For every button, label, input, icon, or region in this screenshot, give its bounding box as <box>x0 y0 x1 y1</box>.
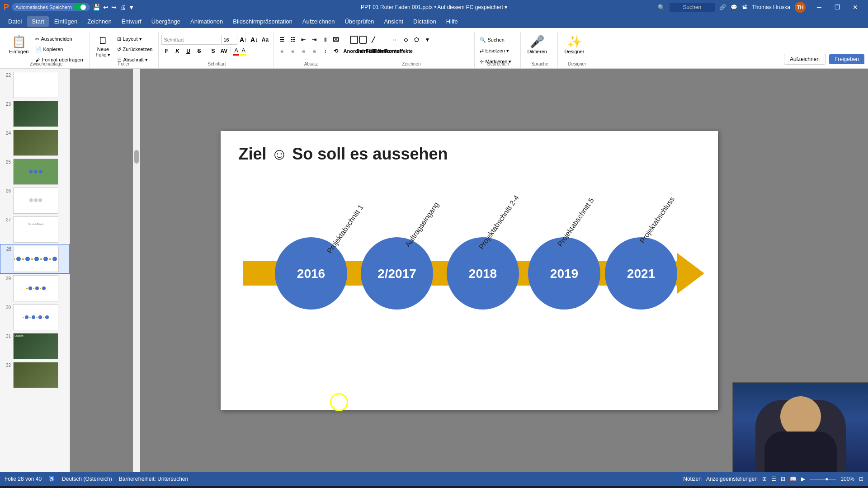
smartart-button[interactable]: ⌧ <box>331 35 341 45</box>
neue-folie-button[interactable]: 🗌 Neue Folie ▾ <box>92 33 114 60</box>
toolbar-more-icon[interactable]: ▼ <box>128 4 135 11</box>
line-spacing-button[interactable]: ↕ <box>320 46 330 56</box>
view-outline-icon[interactable]: ☰ <box>771 476 776 482</box>
shape-pentagon[interactable]: ⬠ <box>411 35 421 45</box>
menu-einfuegen[interactable]: Einfügen <box>50 16 82 27</box>
layout-button[interactable]: ⊞ Layout ▾ <box>115 34 155 44</box>
display-settings[interactable]: Anzeigeeinstellungen <box>706 476 758 482</box>
menu-ansicht[interactable]: Ansicht <box>379 16 408 27</box>
slide-item-22[interactable]: 22 <box>0 70 70 99</box>
menu-hilfe[interactable]: Hilfe <box>442 16 462 27</box>
font-color-button[interactable]: A <box>233 47 239 56</box>
indent-button[interactable]: ⇥ <box>309 35 319 45</box>
ersetzen-button[interactable]: ⇄ Ersetzen ▾ <box>477 46 514 56</box>
accessibility-status[interactable]: Barrierefreiheit: Untersuchen <box>119 476 188 482</box>
slide-thumb-27[interactable]: Hier ist ein Beispiel <box>13 216 58 243</box>
kopieren-button[interactable]: 📄 Kopieren <box>33 44 85 54</box>
comment-icon[interactable]: 💬 <box>731 4 737 10</box>
slide-item-28[interactable]: 28 ▶ <box>0 244 70 274</box>
zuruecksetzen-button[interactable]: ↺ Zurücksetzen <box>115 44 155 54</box>
increase-size-button[interactable]: A↑ <box>238 35 248 45</box>
slide-item-31[interactable]: 31 Gruppen <box>0 332 70 361</box>
ausschneiden-button[interactable]: ✂ Ausschneiden <box>33 34 85 44</box>
toolbar-save-icon[interactable]: 💾 <box>93 4 100 11</box>
shape-diamond[interactable]: ◇ <box>401 35 410 45</box>
scroll-thumb[interactable] <box>134 150 139 164</box>
menu-aufzeichnen[interactable]: Aufzeichnen <box>298 16 340 27</box>
slide-thumb-25[interactable] <box>13 159 58 185</box>
slide-list[interactable]: 22 23 24 25 <box>0 69 70 472</box>
slide-area[interactable]: Ziel ☺ So soll es aussehen 2016 2/2017 <box>70 69 868 472</box>
slide-item-30[interactable]: 30 <box>0 303 70 332</box>
slide-thumb-29[interactable] <box>13 275 58 301</box>
toolbar-redo-icon[interactable]: ↪ <box>111 4 117 11</box>
search-icon[interactable]: 🔍 <box>658 4 665 11</box>
minimize-button[interactable]: ─ <box>810 0 828 14</box>
window-controls[interactable]: ─ ❐ ✕ <box>810 0 864 14</box>
menu-ueberpruefen[interactable]: Überprüfen <box>340 16 378 27</box>
toolbar-undo-icon[interactable]: ↩ <box>103 4 108 11</box>
menu-datei[interactable]: Datei <box>4 16 26 27</box>
fit-slide-icon[interactable]: ⊡ <box>859 476 863 482</box>
menu-dictation[interactable]: Dictation <box>409 16 441 27</box>
shape-rect[interactable] <box>350 36 358 44</box>
slide-thumb-32[interactable] <box>13 362 58 388</box>
shape-double-arrow[interactable]: ↔ <box>390 35 400 45</box>
view-reading-icon[interactable]: 📖 <box>790 476 797 482</box>
align-left-button[interactable]: ≡ <box>277 46 287 56</box>
suchen-button[interactable]: 🔍 Suchen <box>477 35 514 45</box>
align-right-button[interactable]: ≡ <box>298 46 308 56</box>
shape-rounded[interactable] <box>359 36 367 44</box>
slide-thumb-31[interactable]: Gruppen <box>13 333 58 359</box>
slide-item-25[interactable]: 25 <box>0 157 70 186</box>
slide-item-29[interactable]: 29 <box>0 274 70 303</box>
menu-entwurf[interactable]: Entwurf <box>117 16 146 27</box>
diktieren-button[interactable]: 🎤 Diktieren <box>524 33 550 56</box>
shadow-button[interactable]: S <box>208 46 218 56</box>
decrease-size-button[interactable]: A↓ <box>249 35 259 45</box>
align-justify-button[interactable]: ≡ <box>309 46 319 56</box>
shape-effect-button[interactable]: Formeffekte <box>393 46 403 56</box>
align-center-button[interactable]: ≡ <box>288 46 297 56</box>
shape-more[interactable]: ▼ <box>422 35 432 45</box>
einfuegen-button[interactable]: 📋 Einfügen <box>5 33 32 56</box>
slide-item-32[interactable]: 32 <box>0 361 70 389</box>
present-icon[interactable]: 📽 <box>742 4 747 10</box>
view-slide-sorter-icon[interactable]: ⊟ <box>781 476 785 482</box>
bold-button[interactable]: F <box>161 46 171 56</box>
slide-item-24[interactable]: 24 <box>0 128 70 157</box>
columns-button[interactable]: ⫴ <box>320 35 330 45</box>
menu-uebergaenge[interactable]: Übergänge <box>147 16 185 27</box>
slide-item-26[interactable]: 26 <box>0 186 70 215</box>
slide-item-23[interactable]: 23 <box>0 99 70 128</box>
slide-thumb-26[interactable] <box>13 188 58 214</box>
menu-bildschirmpraesenation[interactable]: Bildschirmpräsentation <box>228 16 297 27</box>
size-selector[interactable] <box>221 35 237 45</box>
menu-zeichnen[interactable]: Zeichnen <box>83 16 116 27</box>
close-button[interactable]: ✕ <box>846 0 864 14</box>
autosave-toggle-switch[interactable] <box>74 4 86 10</box>
text-transform-button[interactable]: Aa <box>260 35 270 45</box>
view-presenter-icon[interactable]: ▶ <box>801 476 805 482</box>
slide-list-scrollbar[interactable] <box>133 69 140 472</box>
numbered-list-button[interactable]: ☷ <box>288 35 297 45</box>
spacing-button[interactable]: AV <box>219 46 229 56</box>
notes-button[interactable]: Notizen <box>683 476 702 482</box>
font-selector[interactable] <box>161 35 220 45</box>
aufzeichnen-button[interactable]: Aufzeichnen <box>784 54 826 65</box>
maximize-button[interactable]: ❐ <box>828 0 846 14</box>
toolbar-print-icon[interactable]: 🖨 <box>119 4 126 11</box>
zoom-slider[interactable]: ────●── <box>810 476 836 482</box>
italic-button[interactable]: K <box>172 46 182 56</box>
slide-thumb-24[interactable] <box>13 130 58 156</box>
freigeben-button[interactable]: Freigeben <box>829 54 864 64</box>
slide-thumb-30[interactable] <box>13 304 58 330</box>
designer-button[interactable]: ✨ Designer <box>561 33 588 56</box>
shape-line[interactable]: ╱ <box>368 35 378 45</box>
slide-thumb-22[interactable] <box>13 72 58 98</box>
slide-thumb-28[interactable]: ▶ <box>14 246 59 272</box>
search-bar[interactable]: Suchen <box>670 3 715 12</box>
slide-thumb-23[interactable] <box>13 101 58 127</box>
autosave-toggle[interactable]: Automatisches Speichern <box>12 3 90 11</box>
menu-animationen[interactable]: Animationen <box>186 16 227 27</box>
